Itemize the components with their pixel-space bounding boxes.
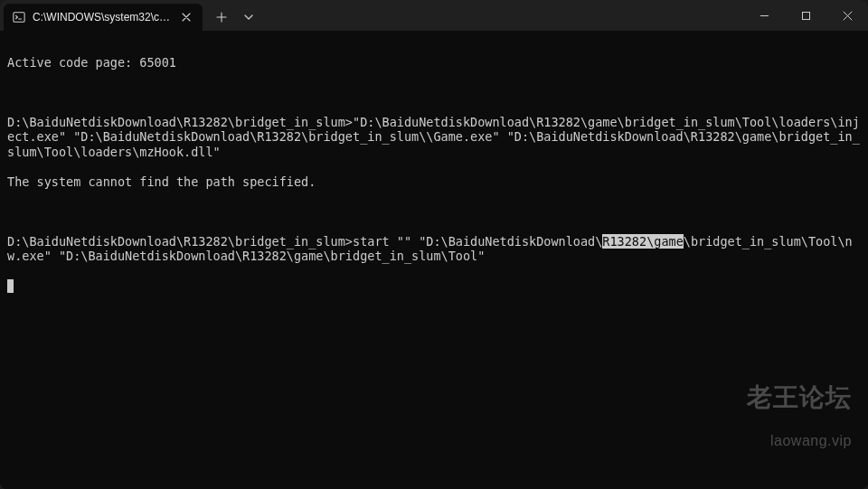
command-text: start "" "D:\BaiduNetdiskDownload\ [353,234,602,249]
selected-text: R13282\game [602,234,683,249]
titlebar: C:\WINDOWS\system32\cmd. [0,0,868,31]
tab-actions [203,0,262,31]
plus-icon [216,12,227,23]
close-icon [843,11,853,21]
output-blank [7,85,861,100]
minimize-button[interactable] [743,0,785,31]
terminal-cursor [7,279,14,293]
output-error: The system cannot find the path specifie… [7,174,861,190]
maximize-button[interactable] [785,0,826,31]
prompt: D:\BaiduNetdiskDownload\R13282\bridget_i… [7,234,353,249]
output-line: D:\BaiduNetdiskDownload\R13282\bridget_i… [7,115,861,160]
tab-title: C:\WINDOWS\system32\cmd. [33,11,172,24]
tab-close-button[interactable] [179,10,193,24]
tab-active[interactable]: C:\WINDOWS\system32\cmd. [4,4,203,31]
watermark: 老王论坛 laowang.vip [747,361,852,478]
svg-rect-0 [14,13,24,23]
minimize-icon [760,11,769,21]
svg-rect-3 [802,12,809,19]
new-tab-button[interactable] [208,4,235,31]
titlebar-drag-area[interactable] [262,0,743,31]
cmd-icon [13,11,25,24]
output-line: Active code page: 65001 [7,55,861,71]
tab-dropdown-button[interactable] [235,4,262,31]
terminal-output[interactable]: Active code page: 65001 D:\BaiduNetdiskD… [0,31,868,489]
watermark-line2: laowang.vip [747,434,852,449]
close-icon [182,13,191,22]
prompt: D:\BaiduNetdiskDownload\R13282\bridget_i… [7,115,353,129]
watermark-line1: 老王论坛 [747,390,852,406]
window-close-button[interactable] [826,0,868,31]
output-line: D:\BaiduNetdiskDownload\R13282\bridget_i… [7,234,861,264]
output-blank [7,204,861,220]
window-controls [743,0,868,31]
chevron-down-icon [243,12,254,23]
terminal-window: C:\WINDOWS\system32\cmd. [0,0,868,489]
maximize-icon [801,11,811,21]
